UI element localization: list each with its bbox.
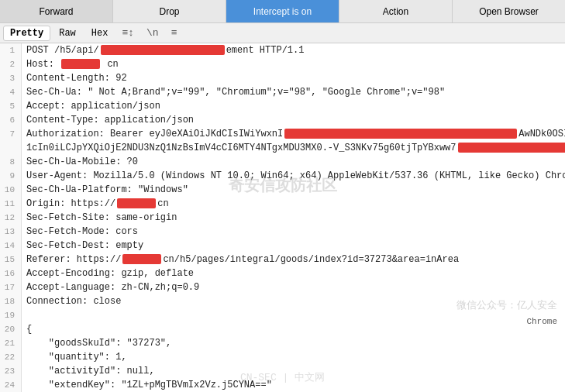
line-7b: 1cIn0iLCJpYXQiOjE2NDU3NzQ1NzBsImV4cCI6MT… — [0, 141, 565, 155]
indent-icon[interactable]: ≡↕ — [116, 25, 140, 41]
line-12: 12 Sec-Fetch-Site: same-origin — [0, 211, 565, 225]
line-18: 18 Connection: close — [0, 294, 565, 308]
line-7a: 7 Authorization: Bearer eyJ0eXAiOiJKdCIs… — [0, 127, 565, 141]
forward-button[interactable]: Forward — [0, 0, 113, 22]
line-15: 15 Referer: https://cn/h5/pages/integral… — [0, 253, 565, 266]
open-browser-button[interactable]: Open Browser — [453, 0, 565, 22]
intercept-button[interactable]: Intercept is on — [226, 0, 339, 22]
line-9: 9 User-Agent: Mozilla/5.0 (Windows NT 10… — [0, 169, 565, 183]
line-8: 8 Sec-Ch-Ua-Mobile: ?0 — [0, 155, 565, 169]
line-14: 14 Sec-Fetch-Dest: empty — [0, 239, 565, 253]
line-1: 1 POST /h5/api/ement HTTP/1.1 — [0, 43, 565, 57]
request-content: 1 POST /h5/api/ement HTTP/1.1 2 Host: cn… — [0, 43, 565, 392]
line-10: 10 Sec-Ch-Ua-Platform: "Windows" — [0, 183, 565, 197]
line-5: 5 Accept: application/json — [0, 99, 565, 113]
line-2: 2 Host: cn — [0, 57, 565, 71]
line-16: 16 Accept-Encoding: gzip, deflate — [0, 266, 565, 280]
line-22: 22 "quantity": 1, — [0, 350, 565, 364]
line-13: 13 Sec-Fetch-Mode: cors — [0, 225, 565, 239]
drop-button[interactable]: Drop — [113, 0, 226, 22]
tab-hex[interactable]: Hex — [84, 26, 115, 41]
line-19: 19 — [0, 308, 565, 322]
line-24: 24 "extendKey": "1ZL+pMgTBVmIx2Vz.j5CYNA… — [0, 378, 565, 392]
newline-icon[interactable]: \n — [141, 25, 164, 41]
line-17: 17 Accept-Language: zh-CN,zh;q=0.9 — [0, 280, 565, 294]
line-20: 20 { — [0, 322, 565, 336]
tab-pretty[interactable]: Pretty — [3, 26, 50, 41]
line-6: 6 Content-Type: application/json — [0, 113, 565, 127]
line-3: 3 Content-Length: 92 — [0, 71, 565, 85]
line-11: 11 Origin: https://cn — [0, 197, 565, 211]
tab-bar: Pretty Raw Hex ≡↕ \n ≡ — [0, 23, 565, 43]
line-23: 23 "activityId": null, — [0, 364, 565, 378]
action-button[interactable]: Action — [339, 0, 453, 22]
line-4: 4 Sec-Ch-Ua: " Not A;Brand";v="99", "Chr… — [0, 85, 565, 99]
line-21: 21 "goodsSkuId": "37273", — [0, 336, 565, 350]
menu-icon[interactable]: ≡ — [166, 25, 183, 41]
main-toolbar: Forward Drop Intercept is on Action Open… — [0, 0, 565, 23]
tab-raw[interactable]: Raw — [52, 26, 83, 41]
